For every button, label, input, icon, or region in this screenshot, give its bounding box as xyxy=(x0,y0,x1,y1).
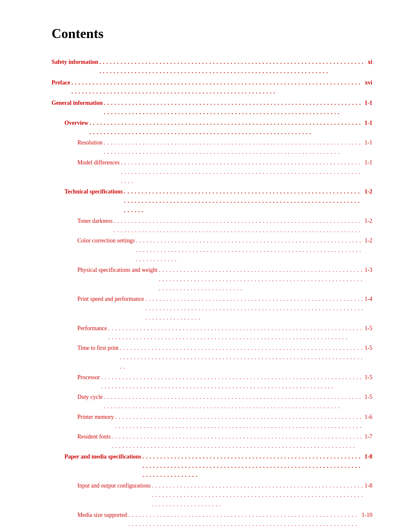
toc-dots xyxy=(145,294,363,322)
toc-entry[interactable]: General information1-1 xyxy=(52,98,372,117)
toc-dots xyxy=(120,343,363,371)
toc-label: General information xyxy=(52,98,103,108)
toc-page: 1-2 xyxy=(365,187,372,196)
toc-label: Preface xyxy=(52,78,70,87)
toc-page: xvi xyxy=(365,78,372,87)
toc-dots xyxy=(152,481,363,509)
toc-dots xyxy=(108,324,363,342)
toc-dots xyxy=(124,187,363,215)
toc-entry[interactable]: Print speed and performance1-4 xyxy=(52,294,372,322)
toc-entry[interactable]: Model differences1-1 xyxy=(52,158,372,186)
toc-label: Resolution xyxy=(77,138,103,147)
toc-entry[interactable]: Performance1-5 xyxy=(52,324,372,342)
toc-dots xyxy=(72,78,364,97)
toc-page: 1-1 xyxy=(365,98,372,108)
toc-dots xyxy=(104,392,363,411)
toc-label: Performance xyxy=(77,324,107,333)
toc-entry[interactable]: Physical specifications and weight1-3 xyxy=(52,265,372,293)
toc-label: Overview xyxy=(64,118,88,128)
toc-dots xyxy=(104,98,363,117)
toc-page: 1-2 xyxy=(365,216,372,226)
toc-dots xyxy=(112,432,364,451)
table-of-contents: Safety informationxiPrefacexviGeneral in… xyxy=(52,57,372,532)
toc-page: 1-2 xyxy=(365,236,372,245)
toc-page: 1-5 xyxy=(365,324,372,333)
toc-entry[interactable]: Color correction settings1-2 xyxy=(52,236,372,264)
toc-dots xyxy=(99,57,367,76)
toc-dots xyxy=(101,373,363,391)
toc-label: Safety information xyxy=(52,57,98,67)
toc-page: 1-7 xyxy=(365,432,372,441)
toc-page: 1-8 xyxy=(365,481,372,490)
toc-label: Paper and media specifications xyxy=(64,452,141,461)
toc-dots xyxy=(159,265,363,293)
toc-entry[interactable]: Toner darkness1-2 xyxy=(52,216,372,235)
toc-label: Input and output configurations xyxy=(77,481,151,490)
toc-label: Print speed and performance xyxy=(77,294,144,304)
toc-entry[interactable]: Media size supported1-10 xyxy=(52,510,372,532)
toc-entry[interactable]: Resolution1-1 xyxy=(52,138,372,157)
page-title: Contents xyxy=(52,26,372,41)
toc-label: Resident fonts xyxy=(77,432,111,441)
toc-entry[interactable]: Overview1-1 xyxy=(52,118,372,137)
toc-label: Printer memory xyxy=(77,412,114,422)
toc-label: Toner darkness xyxy=(77,216,113,226)
toc-entry[interactable]: Safety informationxi xyxy=(52,57,372,76)
toc-page: 1-1 xyxy=(365,138,372,147)
toc-entry[interactable]: Prefacexvi xyxy=(52,78,372,97)
toc-dots xyxy=(104,138,363,157)
toc-page: 1-5 xyxy=(365,373,372,382)
toc-label: Color correction settings xyxy=(77,236,135,245)
toc-page: 1-6 xyxy=(365,412,372,422)
toc-dots xyxy=(121,158,363,186)
toc-page: 1-5 xyxy=(365,343,372,353)
toc-page: 1-3 xyxy=(365,265,372,275)
toc-entry[interactable]: Resident fonts1-7 xyxy=(52,432,372,451)
toc-entry[interactable]: Processor1-5 xyxy=(52,373,372,391)
toc-page: 1-4 xyxy=(365,294,372,304)
toc-dots xyxy=(128,510,360,532)
toc-entry[interactable]: Printer memory1-6 xyxy=(52,412,372,431)
toc-label: Duty cycle xyxy=(77,392,103,402)
toc-dots xyxy=(142,452,363,480)
toc-entry[interactable]: Input and output configurations1-8 xyxy=(52,481,372,509)
toc-page: 1-1 xyxy=(365,158,372,167)
toc-label: Time to first print xyxy=(77,343,119,353)
toc-page: 1-5 xyxy=(365,392,372,402)
toc-page: xi xyxy=(368,57,372,67)
toc-page: 1-1 xyxy=(365,118,372,128)
toc-page: 1-10 xyxy=(362,510,372,520)
toc-label: Model differences xyxy=(77,158,120,167)
toc-label: Technical specifications xyxy=(64,187,123,196)
toc-entry[interactable]: Technical specifications1-2 xyxy=(52,187,372,215)
toc-dots xyxy=(114,216,363,235)
toc-dots xyxy=(136,236,363,264)
toc-entry[interactable]: Duty cycle1-5 xyxy=(52,392,372,411)
toc-dots xyxy=(115,412,363,431)
toc-label: Media size supported xyxy=(77,510,127,520)
toc-label: Physical specifications and weight xyxy=(77,265,157,275)
toc-dots xyxy=(90,118,363,137)
toc-page: 1-8 xyxy=(365,452,372,461)
toc-entry[interactable]: Time to first print1-5 xyxy=(52,343,372,371)
toc-entry[interactable]: Paper and media specifications1-8 xyxy=(52,452,372,480)
toc-label: Processor xyxy=(77,373,100,382)
